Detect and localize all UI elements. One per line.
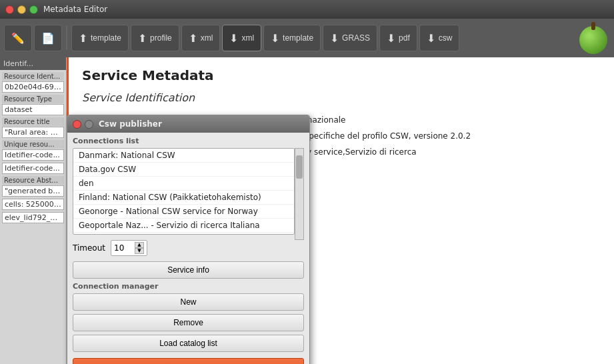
upload-icon: ⬆ <box>79 32 87 45</box>
load-catalog-button[interactable]: Load catalog list <box>73 335 304 352</box>
template1-label: template <box>91 33 121 43</box>
xml1-label: xml <box>201 33 213 43</box>
main-area: Identif... Resource Ident... 0b20e04d-69… <box>0 57 614 364</box>
xml-download-icon: ⬇ <box>229 32 238 45</box>
timeout-label: Timeout <box>73 243 105 253</box>
timeout-spinner[interactable]: ▲ ▼ <box>135 242 144 254</box>
resource-extra-value: elev_lid792_1r... <box>2 212 64 223</box>
connections-scrollbar-thumb[interactable] <box>296 155 303 179</box>
unique-resource-value1: Idetifier-code... <box>2 149 64 161</box>
pencil-icon: ✏️ <box>11 32 25 45</box>
unique-resource-value2: Idetifier-code... <box>2 163 64 174</box>
window-controls[interactable] <box>5 5 38 14</box>
resource-abstract-value2: cells: 525000; A... <box>2 199 64 210</box>
conn-item-0[interactable]: Danmark: National CSW <box>73 149 294 163</box>
service-identification-title: Service Identification <box>82 91 601 104</box>
csw-button[interactable]: ⬇ csw <box>419 25 460 51</box>
resource-type-label: Resource Type <box>2 95 64 103</box>
conn-item-1[interactable]: Data.gov CSW <box>73 163 294 177</box>
close-button[interactable] <box>5 5 14 14</box>
grass-button[interactable]: ⬇ GRASS <box>323 25 377 51</box>
dialog-min-button[interactable] <box>85 120 93 129</box>
publish-button[interactable]: Publish <box>73 358 304 364</box>
timeout-row: Timeout 10 ▲ ▼ <box>73 240 304 256</box>
pdf-label: pdf <box>399 33 410 43</box>
template-download-icon: ⬇ <box>271 32 279 45</box>
template2-label: template <box>283 33 313 43</box>
resource-abstract-value1: "generated by... <box>2 185 64 197</box>
spin-up-button[interactable]: ▲ <box>135 242 144 248</box>
csw-dialog: Csw publisher Connections list Danmark: … <box>67 115 310 364</box>
xml-upload-button[interactable]: ⬆ xml <box>181 25 221 51</box>
service-metadata-title: Service Metadata <box>82 67 601 83</box>
xml-download-button[interactable]: ⬇ xml <box>222 25 261 51</box>
dialog-title-bar: Csw publisher <box>67 115 309 133</box>
new-button[interactable]: New <box>73 293 304 311</box>
pdf-button[interactable]: ⬇ pdf <box>379 25 417 51</box>
conn-item-5[interactable]: Geoportale Naz... - Servizio di ricerca … <box>73 219 294 233</box>
resource-abstract-label: Resource Abst... <box>2 176 64 185</box>
resource-ident-label: Resource Ident... <box>2 72 64 81</box>
grass-icon: ⬇ <box>330 32 339 45</box>
resource-ident-value: 0b20e04d-69F... <box>2 81 64 93</box>
left-panel: Identif... Resource Ident... 0b20e04d-69… <box>0 57 67 364</box>
file-tool-button[interactable]: 📄 <box>34 25 62 51</box>
grass-label: GRASS <box>342 33 370 43</box>
minimize-button[interactable] <box>17 5 26 14</box>
template-upload-button[interactable]: ⬆ template <box>71 25 129 51</box>
resource-title-label: Resource title <box>2 117 64 126</box>
maximize-button[interactable] <box>29 5 38 14</box>
csw-label: csw <box>439 33 453 43</box>
app-title: Metadata Editor <box>43 5 107 14</box>
resource-type-value: dataset <box>2 104 64 115</box>
connections-list[interactable]: Danmark: National CSW Data.gov CSW den F… <box>73 148 295 235</box>
title-bar: Metadata Editor <box>0 0 614 19</box>
service-info-button[interactable]: Service info <box>73 261 304 279</box>
timeout-input[interactable]: 10 ▲ ▼ <box>111 240 147 256</box>
dialog-body: Connections list Danmark: National CSW D… <box>67 133 309 364</box>
toolbar-separator <box>66 26 67 50</box>
template-download-button[interactable]: ⬇ template <box>263 25 321 51</box>
pencil-tool-button[interactable]: ✏️ <box>4 25 32 51</box>
resource-title-value: "Rural area: Li... <box>2 127 64 138</box>
conn-item-3[interactable]: Finland: National CSW (Paikkatietohakemi… <box>73 191 294 205</box>
dialog-close-button[interactable] <box>73 120 81 129</box>
timeout-value: 10 <box>114 243 135 253</box>
connection-manager-label: Connection manager <box>73 282 304 291</box>
conn-item-2[interactable]: den <box>73 177 294 191</box>
xml-upload-icon: ⬆ <box>189 32 197 45</box>
connections-list-label: Connections list <box>73 137 304 145</box>
left-panel-header[interactable]: Identif... <box>0 57 66 70</box>
csw-icon: ⬇ <box>427 32 435 45</box>
profile-label: profile <box>150 33 172 43</box>
connections-scrollbar[interactable] <box>295 148 304 240</box>
profile-upload-icon: ⬆ <box>138 32 147 45</box>
dialog-title: Csw publisher <box>99 119 162 129</box>
dialog-window-controls[interactable] <box>73 120 93 129</box>
toolbar: ✏️ 📄 ⬆ template ⬆ profile ⬆ xml ⬇ xml ⬇ … <box>0 19 614 57</box>
unique-resource-label: Unique resou... <box>2 140 64 149</box>
profile-upload-button[interactable]: ⬆ profile <box>131 25 179 51</box>
field-group: Resource Ident... 0b20e04d-69F... Resour… <box>0 70 66 227</box>
xml2-label: xml <box>241 33 254 43</box>
spin-down-button[interactable]: ▼ <box>135 248 144 254</box>
remove-button[interactable]: Remove <box>73 314 304 331</box>
conn-item-4[interactable]: Geonorge - National CSW service for Norw… <box>73 205 294 219</box>
file-icon: 📄 <box>41 32 55 45</box>
pdf-icon: ⬇ <box>387 32 395 45</box>
